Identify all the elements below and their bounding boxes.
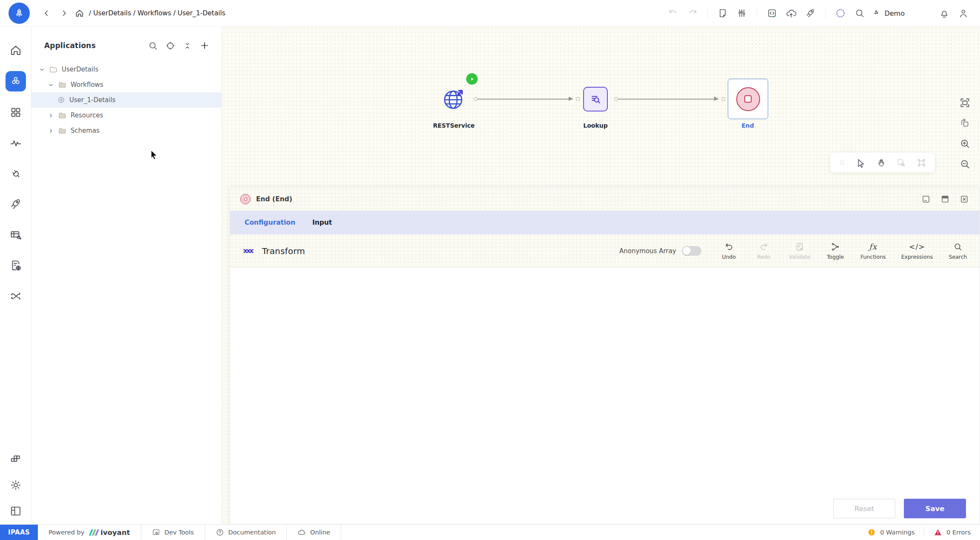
add-application-icon[interactable] (199, 40, 210, 51)
chevron-right-icon[interactable] (48, 112, 54, 119)
code-check-icon[interactable] (764, 5, 780, 21)
chevron-down-icon[interactable] (39, 66, 45, 73)
expressions-button[interactable]: </> Expressions (901, 242, 933, 260)
rail-modules-icon[interactable] (9, 453, 22, 466)
tree-label: UserDetails (62, 66, 98, 73)
anonymous-array-toggle[interactable] (682, 246, 701, 256)
save-button[interactable]: Save (904, 499, 966, 518)
edge-arrowhead (569, 97, 573, 101)
app-logo[interactable] (9, 3, 30, 24)
transform-icon (242, 245, 255, 257)
documentation-label: Documentation (228, 529, 276, 536)
rail-home-icon[interactable] (9, 44, 22, 57)
nav-back-button[interactable] (39, 6, 54, 20)
close-icon[interactable] (959, 194, 969, 204)
tree-item-workflows[interactable]: Workflows (31, 77, 222, 92)
status-counters: 0 Warnings 0 Errors (858, 525, 980, 540)
collapse-all-icon[interactable] (183, 41, 192, 50)
node-end-selected[interactable] (728, 79, 768, 119)
transform-editor-area[interactable] (230, 268, 980, 493)
profile-icon[interactable] (955, 5, 971, 21)
run-play-badge[interactable] (466, 73, 478, 85)
reset-button[interactable]: Reset (833, 499, 895, 518)
node-label-lookup: Lookup (583, 122, 607, 129)
rail-api-docs-icon[interactable] (9, 259, 22, 272)
tree-item-schemas[interactable]: Schemas (31, 123, 222, 138)
dev-tools-button[interactable]: Dev Tools (141, 525, 205, 540)
edge-arrowhead (714, 97, 718, 101)
redo-transform-button[interactable]: Redo (754, 242, 774, 260)
maximize-icon[interactable] (940, 194, 950, 204)
documentation-button[interactable]: Documentation (205, 525, 287, 540)
fit-view-icon[interactable] (959, 97, 971, 109)
nav-forward-button[interactable] (57, 6, 71, 20)
panel-footer: Reset Save (230, 493, 980, 524)
fit-selection-icon[interactable] (917, 158, 926, 168)
tab-input[interactable]: Input (304, 219, 340, 226)
search-icon (953, 242, 963, 251)
zoom-out-icon[interactable] (959, 158, 971, 170)
sliders-icon[interactable] (734, 5, 750, 21)
warnings-counter[interactable]: 0 Warnings (858, 525, 924, 540)
errors-counter[interactable]: 0 Errors (924, 525, 980, 540)
rail-settings-gear-icon[interactable] (9, 479, 22, 491)
ivoyant-logo: ivoyant (90, 529, 130, 537)
functions-button[interactable]: ƒx Functions (860, 242, 886, 260)
breadcrumb[interactable]: / UserDetails / Workflows / User_1-Detai… (75, 9, 225, 18)
action-label: Toggle (827, 254, 844, 260)
rail-connections-icon[interactable] (9, 167, 22, 180)
tenant-selector[interactable]: Demo (871, 9, 907, 17)
node-restservice[interactable] (442, 87, 466, 111)
minimize-icon[interactable] (921, 194, 931, 204)
node-lookup[interactable] (583, 87, 608, 111)
panel-title: End (End) (256, 195, 292, 203)
tree-search-icon[interactable] (148, 41, 158, 51)
tab-configuration[interactable]: Configuration (236, 219, 304, 226)
online-status[interactable]: Online (287, 525, 341, 540)
rail-integrations-icon[interactable] (9, 290, 22, 303)
toggle-view-button[interactable]: Toggle (826, 242, 845, 260)
notifications-bell-icon[interactable] (936, 5, 952, 21)
functions-fx-icon: ƒx (869, 242, 877, 251)
marquee-zoom-icon[interactable] (896, 158, 906, 168)
divider (707, 8, 708, 19)
ipaas-badge: IPAAS (0, 525, 38, 540)
applications-tree: UserDetails Workflows User_1-Details Res… (31, 62, 222, 138)
action-label: Functions (860, 254, 886, 260)
rail-layout-icon[interactable] (9, 505, 22, 517)
applications-header: Applications (31, 27, 222, 62)
redo-icon[interactable] (684, 5, 701, 21)
tree-item-user-1-details-selected[interactable]: User_1-Details (31, 92, 222, 108)
copy-flow-icon[interactable] (959, 117, 971, 129)
rail-applications-icon-active[interactable] (6, 71, 26, 91)
edge-lookup-to-end (618, 99, 718, 100)
rocket-deploy-icon[interactable] (802, 5, 818, 21)
rail-data-tables-icon[interactable] (9, 229, 22, 241)
zoom-in-icon[interactable] (959, 138, 971, 149)
panel-header: End (End) (230, 188, 980, 211)
undo-icon (724, 242, 734, 251)
validate-button[interactable]: Validate (789, 242, 810, 260)
rail-deployments-icon[interactable] (9, 198, 22, 211)
chevron-right-icon[interactable] (48, 128, 54, 134)
help-question-icon (216, 528, 224, 537)
status-bar: IPAAS Powered by ivoyant Dev Tools Docum… (0, 524, 980, 540)
applications-panel: Applications UserDetails Workflows User_… (31, 27, 222, 524)
select-pointer-icon[interactable] (856, 158, 866, 168)
drag-handle-icon[interactable] (839, 158, 846, 167)
search-transform-button[interactable]: Search (948, 242, 968, 260)
locate-node-icon[interactable] (165, 41, 175, 51)
search-icon[interactable] (852, 5, 868, 21)
tree-item-userdetails[interactable]: UserDetails (31, 62, 222, 77)
tree-item-resources[interactable]: Resources (31, 108, 222, 123)
chevron-down-icon[interactable] (48, 82, 54, 88)
anonymous-array-label: Anonymous Array (619, 247, 676, 255)
undo-icon[interactable] (665, 5, 681, 21)
pan-hand-icon[interactable] (876, 158, 886, 168)
redo-icon (759, 242, 769, 251)
rail-dashboard-icon[interactable] (9, 106, 22, 119)
cloud-upload-icon[interactable] (783, 5, 799, 21)
undo-transform-button[interactable]: Undo (719, 242, 739, 260)
notes-icon[interactable] (715, 5, 731, 21)
rail-activity-icon[interactable] (9, 137, 22, 149)
